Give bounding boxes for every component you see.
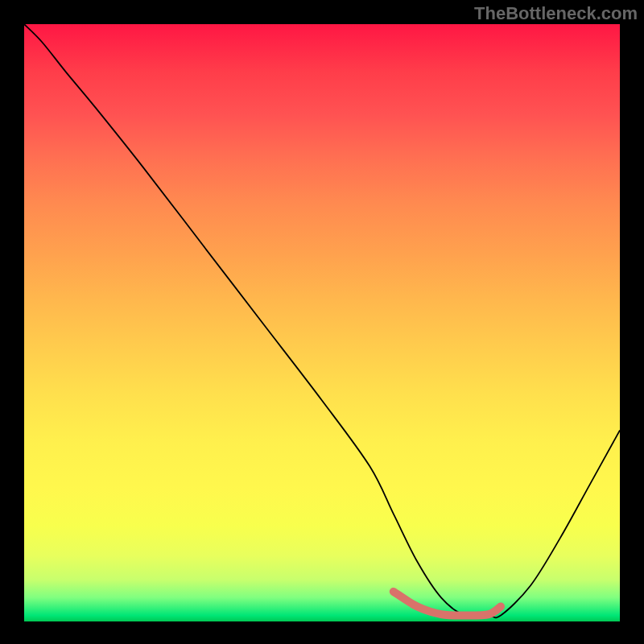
chart-svg [24,24,620,621]
chart-plot-area [24,24,620,621]
bottleneck-curve-line [24,24,620,617]
watermark-text: TheBottleneck.com [474,3,638,24]
